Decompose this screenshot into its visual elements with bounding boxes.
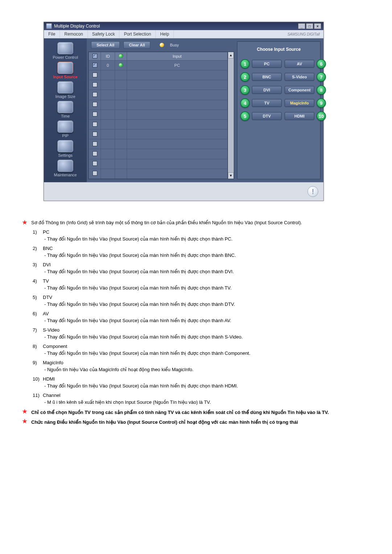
list-number: 4): [33, 278, 43, 285]
table-row[interactable]: [89, 110, 228, 119]
busy-indicator-icon: [160, 43, 164, 47]
source-option: Component8: [285, 85, 326, 95]
table-row[interactable]: [89, 90, 228, 100]
list-item: 10)HDMI- Thay đổi Nguồn tín hiệu Vào (In…: [33, 376, 348, 390]
list-number: 10): [33, 376, 43, 383]
input-source-icon: [57, 62, 73, 74]
table-row[interactable]: [89, 149, 228, 159]
row-checkbox[interactable]: [93, 112, 97, 116]
select-all-button[interactable]: Select All: [91, 41, 120, 49]
row-id: [101, 70, 115, 80]
menu-port-selection[interactable]: Port Selection: [119, 30, 156, 38]
source-panel-title: Choose Input Source: [240, 47, 317, 52]
sidebar-item-image-size[interactable]: Image Size: [45, 81, 85, 99]
table-row[interactable]: [89, 130, 228, 139]
menu-help[interactable]: Help: [156, 30, 174, 38]
document-body: ★ Sơ đồ Thông tin (Info Grid) sẽ trình b…: [22, 219, 348, 426]
sidebar-item-input-source[interactable]: Input Source: [45, 61, 85, 80]
source-button-bnc[interactable]: BNC: [252, 73, 282, 81]
col-check[interactable]: [89, 52, 101, 61]
sidebar-item-pip[interactable]: PIP: [45, 120, 85, 139]
menu-safety-lock[interactable]: Safety Lock: [88, 30, 120, 38]
list-item: 2)BNC- Thay đổi Nguồn tín hiệu Vào (Inpu…: [33, 245, 348, 259]
minimize-button[interactable]: _: [298, 23, 305, 29]
col-input[interactable]: Input: [127, 52, 228, 61]
row-id: [101, 119, 115, 129]
scroll-up-button[interactable]: ▲: [228, 52, 234, 58]
menu-file[interactable]: File: [44, 30, 60, 38]
list-desc: - Thay đổi Nguồn tín hiệu Vào (Input Sou…: [44, 252, 348, 259]
list-item: 7)S-Video- Thay đổi Nguồn tín hiệu Vào (…: [33, 327, 348, 341]
source-button-magicinfo[interactable]: MagicInfo: [285, 99, 314, 107]
sidebar-item-maintenance[interactable]: Maintenance: [45, 159, 85, 178]
row-input: [127, 169, 228, 178]
sidebar-item-settings[interactable]: Settings: [45, 139, 85, 158]
row-input: [127, 100, 228, 110]
row-checkbox[interactable]: [93, 82, 97, 87]
maximize-button[interactable]: □: [306, 23, 313, 29]
table-row[interactable]: 0PC: [89, 61, 228, 70]
vertical-scrollbar[interactable]: ▲ ▼: [228, 52, 234, 179]
settings-icon: [57, 140, 73, 152]
list-title: HDMI: [43, 376, 55, 382]
row-input: [127, 139, 228, 149]
col-status[interactable]: [115, 52, 127, 61]
list-number: 8): [33, 343, 43, 350]
list-desc: - Nguồn tín hiệu Vào của MagicInfo chỉ h…: [44, 366, 348, 373]
sidebar-item-time[interactable]: Time: [45, 100, 85, 119]
sidebar-item-power-control[interactable]: Power Control: [45, 41, 85, 60]
menu-remocon[interactable]: Remocon: [60, 30, 87, 38]
source-button-hdmi[interactable]: HDMI: [285, 112, 314, 120]
table-row[interactable]: [89, 139, 228, 149]
row-id: [101, 110, 115, 119]
source-option: 5DTV: [240, 111, 282, 121]
table-row[interactable]: [89, 100, 228, 110]
table-row[interactable]: [89, 70, 228, 80]
list-desc: - Thay đổi Nguồn tín hiệu Vào (Input Sou…: [44, 382, 348, 390]
list-desc: - Thay đổi Nguồn tín hiệu Vào (Input Sou…: [44, 350, 348, 357]
source-button-dtv[interactable]: DTV: [252, 112, 282, 120]
source-button-tv[interactable]: TV: [252, 99, 282, 107]
row-input: [127, 149, 228, 159]
list-number: 6): [33, 310, 43, 317]
brand-label: SAMSUNG DIGITall: [284, 32, 323, 36]
time-icon: [57, 101, 73, 113]
col-id[interactable]: ID: [101, 52, 115, 61]
row-checkbox[interactable]: [93, 141, 97, 146]
scroll-down-button[interactable]: ▼: [228, 172, 234, 179]
row-checkbox[interactable]: [93, 73, 97, 77]
table-row[interactable]: [89, 159, 228, 169]
callout-badge: 8: [317, 85, 326, 95]
row-checkbox[interactable]: [93, 171, 97, 176]
row-checkbox[interactable]: [93, 161, 97, 166]
source-button-pc[interactable]: PC: [252, 60, 282, 68]
row-checkbox[interactable]: [93, 151, 97, 156]
row-checkbox[interactable]: [93, 122, 97, 127]
source-button-component[interactable]: Component: [285, 86, 314, 94]
row-input: PC: [127, 61, 228, 70]
source-option: HDMI10: [285, 111, 326, 121]
sidebar-item-label: Settings: [58, 153, 73, 157]
row-checkbox[interactable]: [93, 132, 97, 136]
list-number: 9): [33, 359, 43, 366]
maintenance-icon: [57, 160, 73, 172]
table-row[interactable]: [89, 169, 228, 178]
list-number: 1): [33, 229, 43, 236]
list-title: MagicInfo: [43, 360, 63, 365]
table-row[interactable]: [89, 80, 228, 90]
source-button-av[interactable]: AV: [285, 60, 314, 68]
row-checkbox[interactable]: [93, 92, 97, 97]
source-option: 2BNC: [240, 72, 282, 82]
info-grid: ID Input 0PC: [89, 52, 228, 179]
clear-all-button[interactable]: Clear All: [123, 41, 150, 49]
intro-text: Sơ đồ Thông tin (Info Grid) sẽ trình bày…: [31, 219, 302, 226]
close-button[interactable]: ×: [314, 23, 321, 29]
row-id: 0: [101, 61, 115, 70]
list-title: PC: [43, 229, 49, 235]
row-checkbox[interactable]: [93, 102, 97, 107]
source-button-s-video[interactable]: S-Video: [285, 73, 314, 81]
table-row[interactable]: [89, 119, 228, 129]
row-checkbox[interactable]: [93, 63, 97, 67]
source-button-dvi[interactable]: DVI: [252, 86, 282, 94]
power-icon: [57, 42, 73, 54]
